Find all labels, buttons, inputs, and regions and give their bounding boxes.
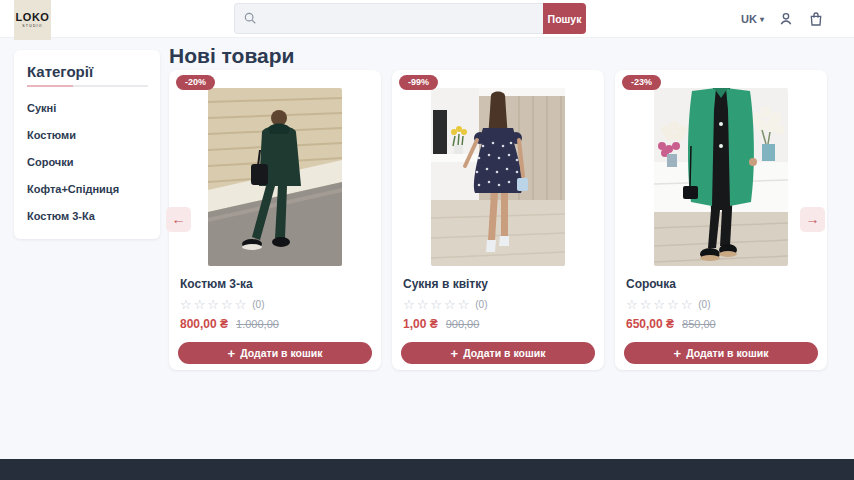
shopping-bag-icon[interactable] bbox=[808, 11, 824, 27]
category-sidebar: Категорії Сукні Костюми Сорочки Кофта+Сп… bbox=[14, 50, 160, 239]
current-price: 800,00 ₴ bbox=[180, 317, 228, 331]
discount-badge: -23% bbox=[622, 75, 661, 90]
search-bar: Пошук bbox=[234, 3, 586, 34]
star-icon bbox=[626, 298, 638, 311]
carousel-next-button[interactable]: → bbox=[800, 207, 825, 232]
product-image[interactable] bbox=[208, 88, 342, 266]
star-icon bbox=[207, 298, 219, 311]
old-price: 850,00 bbox=[682, 318, 716, 330]
price-row: 800,00 ₴ 1.000,00 bbox=[180, 317, 370, 331]
sidebar-title: Категорії bbox=[27, 63, 148, 80]
rating-count: (0) bbox=[475, 299, 487, 310]
star-icon bbox=[430, 298, 442, 311]
chevron-down-icon: ▾ bbox=[760, 15, 764, 24]
logo-subtitle: STUDIO bbox=[22, 24, 42, 28]
logo-title: LOKO bbox=[16, 12, 50, 23]
arrow-left-icon: ← bbox=[172, 211, 186, 227]
rating: (0) bbox=[403, 298, 593, 311]
rating: (0) bbox=[626, 298, 816, 311]
search-button[interactable]: Пошук bbox=[543, 3, 586, 34]
plus-icon: + bbox=[228, 347, 236, 360]
star-icon bbox=[640, 298, 652, 311]
language-label: UK bbox=[741, 13, 757, 25]
sidebar-item-shirts[interactable]: Сорочки bbox=[27, 156, 148, 168]
product-grid: -20% bbox=[169, 70, 827, 370]
old-price: 1.000,00 bbox=[236, 318, 279, 330]
search-input[interactable] bbox=[234, 3, 543, 34]
sidebar-item-suits[interactable]: Костюми bbox=[27, 129, 148, 141]
star-icon bbox=[681, 298, 693, 311]
current-price: 650,00 ₴ bbox=[626, 317, 674, 331]
rating: (0) bbox=[180, 298, 370, 311]
photo-green-hoodie-suit bbox=[208, 88, 342, 266]
star-icon bbox=[403, 298, 415, 311]
current-price: 1,00 ₴ bbox=[403, 317, 438, 331]
discount-badge: -99% bbox=[399, 75, 438, 90]
product-name[interactable]: Костюм 3-ка bbox=[180, 277, 370, 291]
add-to-cart-button[interactable]: + Додати в кошик bbox=[401, 342, 595, 364]
logo[interactable]: LOKO STUDIO bbox=[14, 0, 51, 40]
product-image[interactable] bbox=[431, 88, 565, 266]
header: LOKO STUDIO Пошук UK ▾ bbox=[0, 0, 854, 38]
product-card: -20% bbox=[169, 70, 381, 370]
add-to-cart-label: Додати в кошик bbox=[686, 347, 768, 359]
footer bbox=[0, 459, 854, 480]
star-icon bbox=[653, 298, 665, 311]
carousel-prev-button[interactable]: ← bbox=[166, 207, 191, 232]
product-card: -23% bbox=[615, 70, 827, 370]
product-name[interactable]: Сорочка bbox=[626, 277, 816, 291]
star-icon bbox=[221, 298, 233, 311]
sidebar-divider bbox=[27, 85, 148, 87]
plus-icon: + bbox=[674, 347, 682, 360]
product-card: -99% bbox=[392, 70, 604, 370]
user-icon[interactable] bbox=[778, 11, 794, 27]
star-icon bbox=[458, 298, 470, 311]
star-icon bbox=[235, 298, 247, 311]
sidebar-item-suit-3pc[interactable]: Костюм 3-Ка bbox=[27, 210, 148, 222]
rating-count: (0) bbox=[252, 299, 264, 310]
photo-green-shirt-outfit bbox=[654, 88, 788, 266]
header-controls: UK ▾ bbox=[741, 0, 824, 38]
add-to-cart-button[interactable]: + Додати в кошик bbox=[624, 342, 818, 364]
plus-icon: + bbox=[451, 347, 459, 360]
price-row: 1,00 ₴ 900,00 bbox=[403, 317, 593, 331]
price-row: 650,00 ₴ 850,00 bbox=[626, 317, 816, 331]
product-name[interactable]: Сукня в квітку bbox=[403, 277, 593, 291]
arrow-right-icon: → bbox=[806, 211, 820, 227]
add-to-cart-label: Додати в кошик bbox=[463, 347, 545, 359]
old-price: 900,00 bbox=[446, 318, 480, 330]
photo-navy-floral-dress bbox=[431, 88, 565, 266]
star-icon bbox=[180, 298, 192, 311]
star-icon bbox=[444, 298, 456, 311]
star-icon bbox=[194, 298, 206, 311]
add-to-cart-label: Додати в кошик bbox=[240, 347, 322, 359]
sidebar-item-sweater-skirt[interactable]: Кофта+Спідниця bbox=[27, 183, 148, 195]
language-selector[interactable]: UK ▾ bbox=[741, 13, 764, 25]
sidebar-item-dresses[interactable]: Сукні bbox=[27, 102, 148, 114]
page-title: Нові товари bbox=[169, 44, 294, 68]
discount-badge: -20% bbox=[176, 75, 215, 90]
star-icon bbox=[417, 298, 429, 311]
category-list: Сукні Костюми Сорочки Кофта+Спідниця Кос… bbox=[27, 102, 148, 222]
rating-count: (0) bbox=[698, 299, 710, 310]
star-icon bbox=[667, 298, 679, 311]
add-to-cart-button[interactable]: + Додати в кошик bbox=[178, 342, 372, 364]
product-image[interactable] bbox=[654, 88, 788, 266]
